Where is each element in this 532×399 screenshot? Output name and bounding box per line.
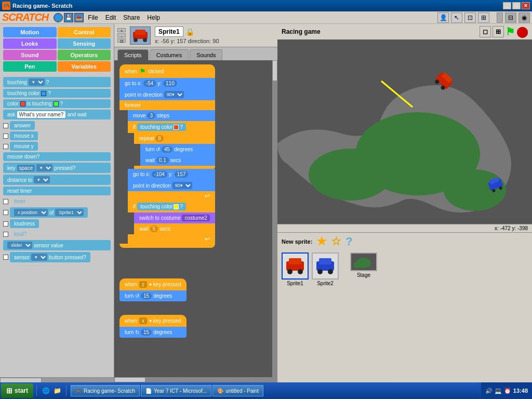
- block-when-x-pressed[interactable]: when x ▾ key pressed: [119, 315, 187, 327]
- loud-checkbox[interactable]: [3, 232, 8, 237]
- category-sound[interactable]: Sound: [3, 50, 57, 60]
- touching-dropdown[interactable]: ▾: [29, 78, 45, 86]
- block-go-to-xy2[interactable]: go to x: -104 y: 157: [128, 169, 215, 180]
- maximize-button[interactable]: □: [512, 2, 521, 9]
- cursor-icon[interactable]: ↖: [451, 12, 462, 23]
- palette-scrollbar[interactable]: [0, 377, 114, 382]
- block-switch-costume[interactable]: switch to costume costume2: [134, 212, 215, 223]
- block-when-clicked[interactable]: when ⚑ clicked: [119, 64, 215, 78]
- block-if-touching-color-1[interactable]: if touching color ?: [128, 121, 215, 133]
- fullscreen-icon[interactable]: ⊡: [464, 12, 476, 23]
- add-sprite-paint-btn[interactable]: ★: [316, 235, 327, 248]
- add-sprite-file-btn[interactable]: ☆: [331, 235, 341, 248]
- menu-help[interactable]: Help: [144, 13, 163, 22]
- lock-icon[interactable]: 🔒: [185, 28, 194, 36]
- color-swatch-if1[interactable]: [174, 125, 179, 130]
- block-point-direction2[interactable]: point in direction 90▾: [128, 180, 215, 191]
- distance-dropdown[interactable]: ▾: [34, 176, 50, 183]
- mousex-checkbox[interactable]: [3, 134, 8, 139]
- category-sensing[interactable]: Sensing: [58, 38, 111, 49]
- block-wait-5[interactable]: wait 5 secs: [134, 223, 215, 234]
- color-swatch-2[interactable]: [20, 101, 25, 107]
- sensor-checkbox[interactable]: [3, 255, 8, 260]
- stage-thumb[interactable]: Stage: [350, 252, 377, 278]
- block-mouse-y[interactable]: mouse y: [10, 142, 38, 151]
- ie-icon[interactable]: 🌐: [41, 386, 50, 395]
- timer-checkbox[interactable]: [3, 199, 8, 204]
- block-go-to-xy[interactable]: go to x: -54 y: 110: [119, 78, 215, 89]
- block-timer[interactable]: timer: [10, 197, 30, 206]
- direction-dropdown2[interactable]: 90▾: [172, 182, 192, 189]
- script-canvas[interactable]: when ⚑ clicked go to x: -54 y: 110 point…: [114, 60, 277, 382]
- block-ask[interactable]: ask What's your name? and wait: [3, 110, 111, 119]
- add-sprite-surprise-btn[interactable]: ?: [345, 235, 352, 248]
- fit-btn[interactable]: ⊡: [117, 38, 126, 43]
- script-hscroll[interactable]: [114, 377, 272, 382]
- zoom-out-btn[interactable]: +: [117, 28, 126, 32]
- block-if-touching-color-2[interactable]: if touching color ?: [128, 201, 215, 212]
- color-swatch-1[interactable]: [41, 91, 46, 96]
- category-variables[interactable]: Variables: [58, 61, 111, 72]
- sprite-thumb-sprite2[interactable]: Sprite2: [312, 252, 339, 286]
- minimize-button[interactable]: _: [503, 2, 511, 9]
- sprite-name[interactable]: Sprite1: [155, 26, 183, 37]
- view2-icon[interactable]: ⊟: [505, 12, 516, 23]
- tab-scripts[interactable]: Scripts: [117, 49, 149, 60]
- position-checkbox[interactable]: [3, 210, 8, 215]
- tab-sounds[interactable]: Sounds: [190, 49, 222, 60]
- ask-input[interactable]: What's your name?: [17, 111, 66, 118]
- color-swatch-3[interactable]: [54, 101, 59, 107]
- block-repeat-8[interactable]: repeat 8: [134, 133, 215, 144]
- block-position[interactable]: x position of Sprite1: [10, 207, 88, 218]
- folder-icon[interactable]: 📁: [52, 386, 62, 395]
- loudness-checkbox[interactable]: [3, 221, 8, 227]
- mousey-checkbox[interactable]: [3, 144, 8, 149]
- category-control[interactable]: Control: [58, 27, 111, 37]
- block-wait-01[interactable]: wait 0.1 secs: [140, 155, 215, 166]
- block-sensor-button[interactable]: sensor ▾ button pressed?: [10, 252, 90, 262]
- block-when-z-pressed[interactable]: when z ▾ key pressed: [119, 278, 187, 290]
- block-turn-z-15[interactable]: turn ↺ 15 degrees: [119, 290, 187, 301]
- script-vscroll-thumb[interactable]: [272, 60, 277, 81]
- menu-file[interactable]: File: [85, 13, 101, 22]
- slider-dropdown[interactable]: slider: [7, 242, 32, 249]
- block-forever[interactable]: forever: [119, 100, 215, 110]
- view1-icon[interactable]: [497, 12, 503, 23]
- category-looks[interactable]: Looks: [3, 38, 57, 49]
- close-button[interactable]: ✕: [522, 2, 530, 9]
- block-point-direction[interactable]: point in direction 90▾: [119, 89, 215, 100]
- answer-checkbox[interactable]: [3, 123, 8, 128]
- save-icon[interactable]: 💾: [64, 13, 73, 22]
- position-type-dropdown[interactable]: x position: [14, 209, 48, 216]
- windowed-view-btn[interactable]: ◻: [480, 26, 491, 37]
- fullscreen-view-btn[interactable]: ⊞: [493, 26, 504, 37]
- block-slider[interactable]: slider sensor value: [3, 240, 111, 250]
- category-operators[interactable]: Operators: [58, 50, 111, 60]
- direction-dropdown[interactable]: 90▾: [164, 91, 184, 98]
- view3-icon[interactable]: ◉: [518, 12, 530, 23]
- menu-share[interactable]: Share: [120, 13, 143, 22]
- key-dropdown[interactable]: ▾: [36, 164, 52, 171]
- block-mouse-x[interactable]: mouse x: [10, 131, 38, 140]
- sensor-dropdown[interactable]: ▾: [31, 254, 47, 261]
- start-button[interactable]: ⊞ start: [1, 383, 33, 398]
- block-answer[interactable]: answer: [10, 121, 35, 130]
- fit-icon[interactable]: ⊞: [478, 12, 489, 23]
- tab-costumes[interactable]: Costumes: [150, 49, 189, 60]
- green-flag-btn[interactable]: ⚑: [506, 25, 515, 38]
- zoom-in-btn[interactable]: -: [117, 33, 126, 37]
- block-key-pressed[interactable]: key space ▾ pressed?: [3, 163, 111, 173]
- block-loud[interactable]: loud?: [10, 230, 31, 238]
- script-vscroll[interactable]: [272, 60, 277, 382]
- block-turn-45[interactable]: turn ↺ 45 degrees: [140, 144, 215, 155]
- volume-icon[interactable]: 🔊: [485, 388, 493, 394]
- network-icon[interactable]: 💻: [495, 388, 502, 394]
- block-distance-to[interactable]: distance to ▾: [3, 175, 111, 185]
- person-icon[interactable]: 👤: [437, 12, 449, 23]
- color-swatch-if2[interactable]: [174, 204, 179, 209]
- globe-icon[interactable]: 🌐: [54, 13, 63, 22]
- taskbar-app-paint[interactable]: 🎨 untitled - Paint: [212, 385, 263, 396]
- block-loudness[interactable]: loudness: [10, 219, 39, 228]
- block-touching[interactable]: touching ▾ ?: [3, 77, 111, 87]
- block-turn-x-15[interactable]: turn ↻ 15 degrees: [119, 327, 187, 338]
